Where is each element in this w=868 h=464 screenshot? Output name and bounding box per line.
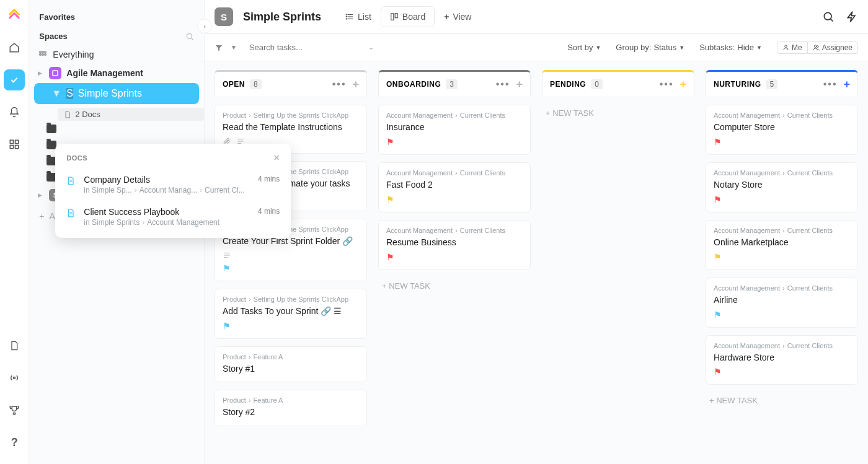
agile-space-row[interactable]: ▶ Agile Management xyxy=(29,63,204,83)
column-onboarding: ONBOARDING 3 ••• + Account Management› C… xyxy=(378,70,531,464)
card-title: Resume Business xyxy=(386,237,523,248)
add-view-button[interactable]: +View xyxy=(435,6,480,27)
chevron-down-icon[interactable]: ⌄ xyxy=(368,43,374,51)
favorites-heading[interactable]: Favorites xyxy=(29,7,204,27)
view-tab-board[interactable]: Board xyxy=(381,6,435,27)
add-view-label: View xyxy=(453,12,471,22)
assignee-filter-button[interactable]: Assignee xyxy=(808,42,858,54)
add-task-icon[interactable]: + xyxy=(680,78,686,91)
simple-sprints-label: Simple Sprints xyxy=(78,88,142,99)
card-title: Insurance xyxy=(386,121,523,133)
card-title: Online Marketplace xyxy=(714,237,850,248)
column-header: NURTURING 5 ••• + xyxy=(706,70,858,97)
card-breadcrumb: Account Management› Current Clients xyxy=(386,169,523,177)
card-title: Story #2 xyxy=(223,406,359,418)
card-breadcrumb: Account Management› Current Clients xyxy=(714,342,850,349)
search-spaces-icon[interactable] xyxy=(185,32,194,41)
column-count: 0 xyxy=(591,79,603,89)
sort-dropdown[interactable]: Sort by ▼ xyxy=(567,43,601,52)
svg-rect-24 xyxy=(395,14,397,18)
doc-item[interactable]: Company Details in Simple Sp...›Account … xyxy=(55,169,291,201)
task-card[interactable]: Account Management› Current ClientsCompu… xyxy=(706,105,858,155)
broadcast-icon[interactable] xyxy=(4,367,25,388)
column-menu-icon[interactable]: ••• xyxy=(823,79,838,90)
priority-flag-icon: ⚑ xyxy=(223,321,231,331)
column-menu-icon[interactable]: ••• xyxy=(660,79,674,90)
filter-row: ▼ ⌄ Sort by ▼ Group by: Status ▼ Subtask… xyxy=(205,34,868,61)
grid-icon xyxy=(38,50,48,59)
me-filter-button[interactable]: Me xyxy=(777,42,808,54)
task-card[interactable]: Account Management› Current ClientsFast … xyxy=(378,162,531,212)
doc-time: 4 mins xyxy=(258,207,280,216)
doc-badge-icon xyxy=(64,110,71,119)
task-card[interactable]: Product› Setting Up the Sprints ClickApp… xyxy=(215,289,367,339)
card-breadcrumb: Account Management› Current Clients xyxy=(386,112,523,119)
page-title: Simple Sprints xyxy=(243,11,321,24)
logo-icon[interactable] xyxy=(4,5,25,26)
card-breadcrumb: Account Management› Current Clients xyxy=(714,227,850,234)
card-breadcrumb: Product› Setting Up the Sprints ClickApp xyxy=(223,112,359,119)
doc-title: Client Success Playbook xyxy=(84,207,250,217)
column-menu-icon[interactable]: ••• xyxy=(496,79,510,90)
task-card[interactable]: Account Management› Current ClientsHardw… xyxy=(706,335,858,385)
column-count: 5 xyxy=(766,79,778,89)
filter-icon[interactable] xyxy=(215,43,223,52)
tasks-icon[interactable] xyxy=(4,69,25,90)
home-icon[interactable] xyxy=(4,37,25,58)
bolt-icon[interactable] xyxy=(846,11,858,23)
priority-flag-icon: ⚑ xyxy=(714,137,722,147)
card-breadcrumb: Account Management› Current Clients xyxy=(714,112,850,119)
task-card[interactable]: Product› Feature AStory #2 xyxy=(215,390,367,426)
simple-sprints-row[interactable]: ▼ S Simple Sprints xyxy=(34,83,199,104)
column-count: 3 xyxy=(446,79,458,89)
docs-badge-label: 2 Docs xyxy=(75,110,100,119)
svg-point-25 xyxy=(824,12,831,20)
column-open: OPEN 8 ••• + Product› Setting Up the Spr… xyxy=(215,70,367,464)
everything-row[interactable]: Everything xyxy=(29,46,204,63)
trophy-icon[interactable] xyxy=(4,400,25,421)
filter-caret-icon[interactable]: ▼ xyxy=(231,44,237,51)
doc-item[interactable]: Client Success Playbook in Simple Sprint… xyxy=(55,201,291,233)
add-task-icon[interactable]: + xyxy=(352,78,359,91)
column-header: PENDING 0 ••• + xyxy=(542,70,694,97)
view-tab-list[interactable]: List xyxy=(336,6,381,27)
folder-row[interactable] xyxy=(29,121,204,137)
card-title: Hardware Store xyxy=(714,352,850,364)
add-task-icon[interactable]: + xyxy=(516,78,523,91)
card-breadcrumb: Account Management› Current Clients xyxy=(714,284,850,292)
svg-rect-1 xyxy=(16,140,19,143)
search-input[interactable] xyxy=(249,43,361,52)
search-icon[interactable] xyxy=(822,11,835,23)
svg-point-6 xyxy=(40,51,42,53)
svg-point-11 xyxy=(45,54,46,56)
column-count: 8 xyxy=(250,79,262,89)
add-task-icon[interactable]: + xyxy=(843,78,850,91)
priority-flag-icon: ⚑ xyxy=(714,367,722,377)
task-card[interactable]: Account Management› Current ClientsOnlin… xyxy=(706,220,858,270)
new-task-button[interactable]: + NEW TASK xyxy=(542,105,694,121)
subtasks-dropdown[interactable]: Subtasks: Hide ▼ xyxy=(699,43,762,52)
doc-icon xyxy=(66,208,76,219)
notifications-icon[interactable] xyxy=(4,102,25,123)
task-card[interactable]: Account Management› Current ClientsInsur… xyxy=(378,105,531,155)
column-menu-icon[interactable]: ••• xyxy=(332,79,347,90)
task-card[interactable]: Account Management› Current ClientsAirli… xyxy=(706,278,858,328)
task-card[interactable]: Account Management› Current ClientsNotar… xyxy=(706,162,858,212)
svg-point-20 xyxy=(346,14,347,15)
docs-badge[interactable]: 2 Docs xyxy=(58,108,204,121)
group-dropdown[interactable]: Group by: Status ▼ xyxy=(616,43,684,52)
apps-icon[interactable] xyxy=(4,134,25,155)
svg-point-8 xyxy=(45,51,46,53)
help-icon[interactable]: ? xyxy=(4,432,25,453)
left-rail: ? xyxy=(0,0,29,464)
priority-flag-icon: ⚑ xyxy=(714,252,722,262)
doc-icon[interactable] xyxy=(4,335,25,356)
task-card[interactable]: Account Management› Current ClientsResum… xyxy=(378,220,531,270)
sort-label: Sort by xyxy=(567,43,593,52)
new-task-button[interactable]: + NEW TASK xyxy=(706,392,858,409)
new-task-button[interactable]: + NEW TASK xyxy=(378,278,531,294)
space-badge: S xyxy=(215,7,233,26)
task-card[interactable]: Product› Feature AStory #1 xyxy=(215,346,367,383)
close-icon[interactable]: × xyxy=(273,152,280,164)
sidebar-collapse-button[interactable]: ‹ xyxy=(197,19,212,33)
